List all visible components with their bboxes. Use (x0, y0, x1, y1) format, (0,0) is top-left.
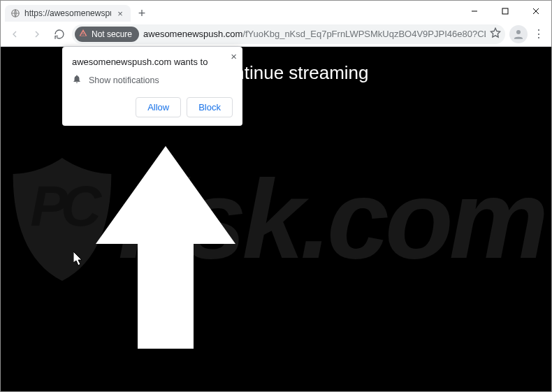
not-secure-chip[interactable]: Not secure (75, 27, 139, 42)
svg-text:PC: PC (30, 174, 102, 237)
allow-button[interactable]: Allow (136, 97, 181, 117)
popup-close-button[interactable]: × (231, 51, 237, 61)
url-host: awesomenewspush.com (143, 29, 242, 39)
minimize-button[interactable] (459, 1, 490, 22)
tabstrip: https://awesomenewspush.com/ × + (1, 1, 459, 22)
address-bar[interactable]: Not secure awesomenewspush.com/fYuoKbg_n… (72, 24, 505, 44)
tab-close-icon[interactable]: × (115, 9, 125, 18)
popup-buttons: Allow Block (72, 97, 233, 117)
svg-point-5 (516, 30, 521, 34)
bookmark-star-icon[interactable] (490, 27, 501, 41)
svg-rect-2 (502, 8, 508, 14)
new-tab-button[interactable]: + (133, 5, 150, 22)
popup-origin-text: awesomenewspush.com wants to (72, 57, 233, 67)
up-arrow-icon (96, 146, 235, 351)
close-window-button[interactable] (521, 1, 551, 22)
globe-icon (10, 8, 20, 18)
block-button[interactable]: Block (187, 97, 233, 117)
titlebar: https://awesomenewspush.com/ × + (1, 1, 551, 22)
notification-permission-popup: × awesomenewspush.com wants to Show noti… (62, 47, 242, 126)
menu-button[interactable]: ⋮ (530, 27, 547, 41)
url-path: /fYuoKbg_nKsd_Eq7pFrnLWPSMkUqzBO4V9PJPI4… (242, 29, 486, 39)
bell-icon (72, 74, 82, 86)
profile-avatar[interactable] (509, 25, 528, 43)
tab-title: https://awesomenewspush.com/ (24, 8, 111, 18)
forward-button[interactable] (27, 24, 47, 44)
reload-button[interactable] (50, 24, 69, 44)
back-button[interactable] (5, 24, 24, 44)
warning-icon (79, 29, 87, 39)
permission-label: Show notifications (89, 75, 159, 85)
browser-tab[interactable]: https://awesomenewspush.com/ × (5, 5, 131, 22)
not-secure-label: Not secure (92, 29, 132, 39)
maximize-button[interactable] (490, 1, 521, 22)
permission-row: Show notifications (72, 74, 233, 86)
url-text: awesomenewspush.com/fYuoKbg_nKsd_Eq7pFrn… (143, 29, 486, 39)
browser-toolbar: Not secure awesomenewspush.com/fYuoKbg_n… (1, 22, 551, 47)
window-controls (459, 1, 551, 22)
mouse-cursor-icon (73, 252, 85, 269)
